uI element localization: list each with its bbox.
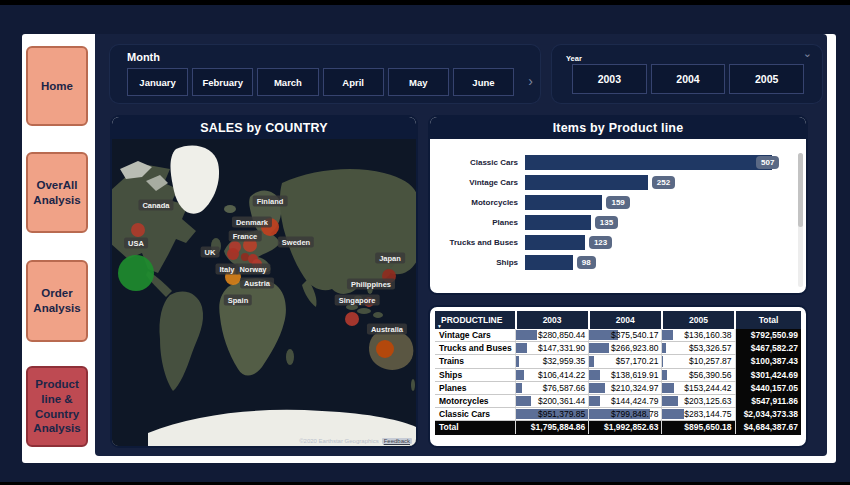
chevron-down-icon[interactable]: ⌄	[803, 47, 812, 60]
cell-value: $280,850.44	[538, 330, 585, 340]
scrollbar-thumb[interactable]	[798, 153, 803, 227]
map-bubble[interactable]	[131, 223, 145, 237]
feedback-link[interactable]: Feedback	[382, 438, 412, 444]
cell-classic-cars-total[interactable]: $2,034,373.38	[735, 408, 801, 421]
sidebar-button-order-analysis[interactable]: Order Analysis	[26, 260, 88, 342]
chart-category-label: Classic Cars	[430, 158, 525, 167]
column-header-2004[interactable]: 2004	[589, 311, 662, 329]
cell-planes-2003[interactable]: $76,587.66	[516, 381, 589, 394]
table-row-motorcycles: Motorcycles$200,361.44$144,424.79$203,12…	[435, 394, 801, 407]
column-header-2005[interactable]: 2005	[662, 311, 735, 329]
sidebar-button-product-line-country-analysis[interactable]: Product line & Country Analysis	[26, 366, 88, 447]
table-row-trains: Trains$32,959.35$57,170.21$10,257.87$100…	[435, 355, 801, 368]
world-map: ©2020 Earthstar GeographicsFeedback Cana…	[112, 139, 416, 446]
map-bubble[interactable]	[376, 340, 394, 358]
row-label[interactable]: Motorcycles	[435, 394, 516, 407]
cell-value: $136,160.38	[684, 330, 731, 340]
month-option-may[interactable]: May	[388, 68, 449, 96]
row-label[interactable]: Classic Cars	[435, 408, 516, 421]
column-header-2003[interactable]: 2003	[516, 311, 589, 329]
map-bubble[interactable]	[118, 255, 154, 291]
column-header-productline[interactable]: PRODUCTLINE▼	[435, 311, 516, 329]
cell-value: $32,959.35	[543, 356, 586, 366]
total-cell-2005[interactable]: $895,650.18	[662, 421, 735, 434]
cell-planes-2004[interactable]: $210,324.97	[589, 381, 662, 394]
chart-value-badge: 98	[577, 256, 596, 269]
cell-ships-2003[interactable]: $106,414.22	[516, 368, 589, 381]
cell-motorcycles-total[interactable]: $547,911.86	[735, 394, 801, 407]
cell-planes-total[interactable]: $440,157.05	[735, 381, 801, 394]
cell-trucks-and-buses-2004[interactable]: $266,923.80	[589, 342, 662, 355]
year-slicer-title: Year	[566, 54, 582, 63]
cell-trains-2003[interactable]: $32,959.35	[516, 355, 589, 368]
chart-row-trucks-and-buses: Trucks and Buses123	[430, 232, 806, 252]
cell-ships-2005[interactable]: $56,390.56	[662, 368, 735, 381]
table-row-vintage-cars: Vintage Cars$280,850.44$375,540.17$136,1…	[435, 329, 801, 342]
cell-planes-2005[interactable]: $153,244.42	[662, 381, 735, 394]
cell-classic-cars-2005[interactable]: $283,144.75	[662, 408, 735, 421]
cell-value: $792,550.99	[751, 330, 798, 340]
row-label[interactable]: Trains	[435, 355, 516, 368]
map-bubble[interactable]	[345, 312, 359, 326]
column-header-total[interactable]: Total	[735, 311, 801, 329]
cell-value: $951,379.85	[538, 409, 585, 419]
column-header-label: 2005	[689, 315, 708, 325]
year-option-2005[interactable]: 2005	[729, 64, 804, 94]
chart-bar-ships[interactable]	[525, 255, 573, 270]
databar	[662, 383, 674, 393]
cell-classic-cars-2004[interactable]: $799,848.78	[589, 408, 662, 421]
chart-bar-motorcycles[interactable]	[525, 195, 602, 210]
cell-ships-total[interactable]: $301,424.69	[735, 368, 801, 381]
row-label[interactable]: Ships	[435, 368, 516, 381]
row-label[interactable]: Planes	[435, 381, 516, 394]
month-option-february[interactable]: February	[192, 68, 253, 96]
cell-trains-2004[interactable]: $57,170.21	[589, 355, 662, 368]
cell-trucks-and-buses-2003[interactable]: $147,331.90	[516, 342, 589, 355]
databar	[662, 343, 666, 353]
cell-trains-total[interactable]: $100,387.43	[735, 355, 801, 368]
chart-row-ships: Ships98	[430, 252, 806, 272]
cell-vintage-cars-2003[interactable]: $280,850.44	[516, 329, 589, 342]
year-option-2003[interactable]: 2003	[572, 64, 647, 94]
row-label[interactable]: Trucks and Buses	[435, 342, 516, 355]
map-bubble[interactable]	[227, 248, 239, 260]
databar	[516, 383, 522, 393]
chart-bar-track: 98	[525, 255, 806, 270]
column-header-label: PRODUCTLINE	[441, 315, 502, 325]
databar	[589, 370, 600, 380]
cell-ships-2004[interactable]: $138,619.91	[589, 368, 662, 381]
cell-value: $210,324.97	[611, 383, 658, 393]
total-row-label[interactable]: Total	[435, 421, 516, 434]
next-months-icon[interactable]: ›	[528, 74, 533, 88]
sidebar-button-overall-analysis[interactable]: OverAll Analysis	[26, 152, 88, 233]
chart-bar-trucks-and-buses[interactable]	[525, 235, 585, 250]
month-option-april[interactable]: April	[323, 68, 384, 96]
year-option-2004[interactable]: 2004	[651, 64, 726, 94]
cell-classic-cars-2003[interactable]: $951,379.85	[516, 408, 589, 421]
month-option-january[interactable]: January	[127, 68, 188, 96]
sidebar-button-home[interactable]: Home	[26, 46, 88, 126]
cell-trucks-and-buses-2005[interactable]: $53,326.57	[662, 342, 735, 355]
month-option-march[interactable]: March	[257, 68, 318, 96]
chart-bar-vintage-cars[interactable]	[525, 175, 648, 190]
row-label[interactable]: Vintage Cars	[435, 329, 516, 342]
chart-bar-classic-cars[interactable]	[525, 155, 772, 170]
cell-motorcycles-2005[interactable]: $203,125.63	[662, 394, 735, 407]
cell-vintage-cars-total[interactable]: $792,550.99	[735, 329, 801, 342]
map-country-label-sweden: Sweden	[278, 237, 314, 248]
cell-trains-2005[interactable]: $10,257.87	[662, 355, 735, 368]
total-cell-2004[interactable]: $1,992,852.63	[589, 421, 662, 434]
total-grand-cell[interactable]: $4,684,387.67	[735, 421, 801, 434]
month-option-june[interactable]: June	[453, 68, 514, 96]
cell-motorcycles-2003[interactable]: $200,361.44	[516, 394, 589, 407]
total-cell-2003[interactable]: $1,795,884.86	[516, 421, 589, 434]
chart-bar-planes[interactable]	[525, 215, 591, 230]
table-header-row: PRODUCTLINE▼200320042005Total	[435, 311, 801, 329]
chart-scrollbar[interactable]	[798, 153, 803, 287]
attribution-text: ©2020 Earthstar Geographics	[299, 438, 378, 444]
cell-trucks-and-buses-total[interactable]: $467,582.27	[735, 342, 801, 355]
sales-matrix-table: PRODUCTLINE▼200320042005TotalVintage Car…	[435, 311, 801, 435]
cell-vintage-cars-2004[interactable]: $375,540.17	[589, 329, 662, 342]
cell-vintage-cars-2005[interactable]: $136,160.38	[662, 329, 735, 342]
cell-motorcycles-2004[interactable]: $144,424.79	[589, 394, 662, 407]
